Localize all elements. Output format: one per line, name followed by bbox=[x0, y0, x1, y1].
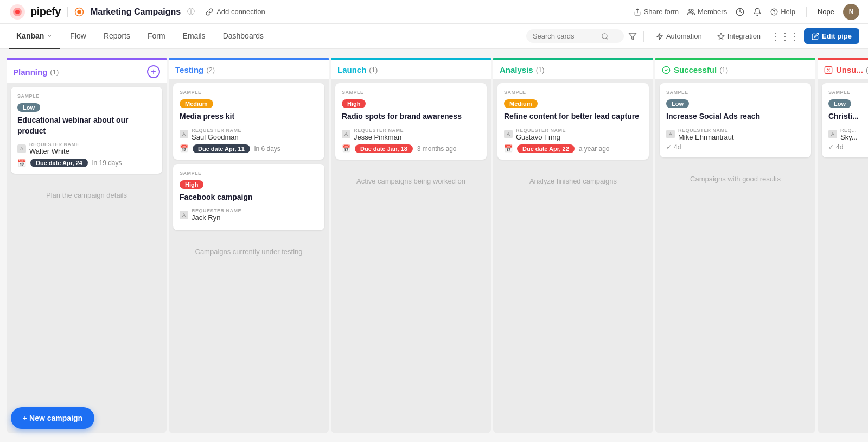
column-count-analysis: (1) bbox=[536, 66, 545, 74]
sample-label: SAMPLE bbox=[180, 90, 318, 95]
sample-label: SAMPLE bbox=[504, 90, 642, 95]
tab-flow[interactable]: Flow bbox=[62, 24, 94, 49]
column-placeholder-launch: Active campaigns being worked on bbox=[335, 168, 487, 194]
column-body-planning: SAMPLELowEducational webinar about our p… bbox=[7, 83, 167, 433]
new-campaign-button[interactable]: + New campaign bbox=[11, 407, 94, 429]
new-campaign-label: + New campaign bbox=[23, 414, 82, 422]
column-placeholder-planning: Plan the campaign details bbox=[11, 182, 162, 208]
column-placeholder-unsuccessful: Camp... bbox=[822, 166, 868, 192]
card-successful-0[interactable]: SAMPLELowIncrease Social Ads reach A REQ… bbox=[660, 83, 811, 157]
help-icon bbox=[770, 8, 778, 16]
due-date-field: 📅 Due date Apr, 24 in 19 days bbox=[17, 159, 156, 167]
edit-pipe-label: Edit pipe bbox=[822, 32, 852, 40]
edit-pipe-button[interactable]: Edit pipe bbox=[804, 28, 859, 44]
requester-icon: A bbox=[828, 130, 837, 138]
share-icon bbox=[634, 8, 641, 16]
requester-label: REQUESTER NAME bbox=[678, 128, 734, 133]
grid-icon[interactable]: ⋮⋮⋮ bbox=[770, 30, 800, 42]
requester-field: A REQ... Sky... bbox=[828, 128, 868, 141]
info-icon[interactable]: ⓘ bbox=[187, 7, 195, 17]
avatar[interactable]: N bbox=[843, 4, 859, 20]
requester-value: Gustavo Fring bbox=[516, 133, 566, 141]
column-header-launch: Launch(1) bbox=[331, 60, 491, 79]
column-count-unsuccessful: (1) bbox=[866, 66, 868, 74]
column-title-successful: Successful bbox=[674, 65, 717, 74]
calendar-icon: 📅 bbox=[17, 159, 26, 167]
add-connection-button[interactable]: Add connection bbox=[201, 5, 270, 18]
help-button[interactable]: Help bbox=[770, 8, 795, 16]
link-icon bbox=[206, 8, 213, 16]
due-badge: Due date Apr, 11 bbox=[193, 144, 250, 153]
requester-field: A REQUESTER NAME Gustavo Fring bbox=[504, 128, 642, 141]
column-body-launch: SAMPLEHighRadio spots for brand awarenes… bbox=[331, 79, 491, 433]
requester-value: Sky... bbox=[840, 133, 858, 141]
card-analysis-0[interactable]: SAMPLEMediumRefine content for better le… bbox=[497, 83, 649, 160]
calendar-icon: 📅 bbox=[504, 144, 513, 153]
search-input[interactable] bbox=[533, 32, 598, 40]
card-testing-0[interactable]: SAMPLEMediumMedia press kit A REQUESTER … bbox=[173, 83, 324, 160]
due-badge: Due date Apr, 22 bbox=[517, 144, 575, 153]
requester-value: Walter White bbox=[29, 147, 79, 155]
members-button[interactable]: Members bbox=[687, 8, 727, 16]
due-badge: Due date Jan, 18 bbox=[355, 144, 413, 153]
due-date-field: 📅 Due date Jan, 18 3 months ago bbox=[342, 144, 480, 153]
members-label: Members bbox=[698, 8, 727, 16]
column-count-testing: (2) bbox=[206, 66, 215, 74]
notifications-button[interactable] bbox=[753, 8, 762, 16]
column-header-unsuccessful: Unsu...(1) bbox=[818, 60, 868, 79]
requester-value: Jack Ryn bbox=[192, 213, 241, 222]
integration-button[interactable]: Integration bbox=[712, 29, 766, 43]
user-name: Nope bbox=[818, 8, 834, 16]
column-placeholder-analysis: Analyze finished campaigns bbox=[497, 168, 649, 194]
column-header-analysis: Analysis(1) bbox=[493, 60, 653, 79]
calendar-icon: 📅 bbox=[342, 144, 350, 153]
requester-field: A REQUESTER NAME Mike Ehrmantraut bbox=[666, 128, 805, 141]
bell-icon bbox=[753, 8, 762, 16]
tab-emails[interactable]: Emails bbox=[175, 24, 213, 49]
column-successful: Successful(1)SAMPLELowIncrease Social Ad… bbox=[655, 58, 815, 433]
priority-badge: Low bbox=[666, 99, 689, 108]
column-add-button-planning[interactable]: + bbox=[147, 65, 160, 78]
tab-kanban[interactable]: Kanban bbox=[9, 24, 60, 49]
automation-button[interactable]: Automation bbox=[650, 29, 707, 43]
sample-label: SAMPLE bbox=[666, 90, 805, 95]
column-count-successful: (1) bbox=[719, 66, 728, 74]
requester-icon: A bbox=[180, 130, 188, 138]
filter-icon[interactable] bbox=[628, 32, 637, 41]
tab-reports[interactable]: Reports bbox=[96, 24, 138, 49]
column-planning: Planning(1)+SAMPLELowEducational webinar… bbox=[7, 58, 167, 433]
requester-icon: A bbox=[180, 211, 188, 219]
svg-point-2 bbox=[15, 10, 20, 14]
check-label: 4d bbox=[836, 143, 843, 151]
column-count-launch: (1) bbox=[369, 66, 378, 74]
due-badge: Due date Apr, 24 bbox=[30, 159, 88, 167]
tab-dashboards[interactable]: Dashboards bbox=[215, 24, 272, 49]
column-analysis: Analysis(1)SAMPLEMediumRefine content fo… bbox=[493, 58, 653, 433]
priority-badge: Medium bbox=[504, 99, 538, 108]
requester-field: A REQUESTER NAME Jack Ryn bbox=[180, 208, 318, 222]
check-icon: ✓ bbox=[666, 143, 672, 151]
logo-text: pipefy bbox=[30, 5, 61, 18]
card-title: Radio spots for brand awareness bbox=[342, 111, 480, 122]
due-time: in 6 days bbox=[254, 145, 280, 153]
sample-label: SAMPLE bbox=[342, 90, 480, 95]
due-date-field: 📅 Due date Apr, 22 a year ago bbox=[504, 144, 642, 153]
requester-label: REQUESTER NAME bbox=[29, 142, 79, 147]
card-planning-0[interactable]: SAMPLELowEducational webinar about our p… bbox=[11, 87, 162, 174]
card-unsuccessful-0[interactable]: SAMPLELowChristi... A REQ... Sky... ✓ 4d bbox=[822, 83, 868, 157]
page-title: Marketing Campaigns bbox=[91, 7, 181, 17]
tab-form[interactable]: Form bbox=[140, 24, 173, 49]
x-circle-icon bbox=[824, 66, 833, 74]
column-unsuccessful: Unsu...(1)SAMPLELowChristi... A REQ... S… bbox=[818, 58, 868, 433]
card-launch-0[interactable]: SAMPLEHighRadio spots for brand awarenes… bbox=[335, 83, 487, 160]
search-box[interactable] bbox=[526, 29, 624, 43]
sub-nav: Kanban Flow Reports Form Emails Dashboar… bbox=[0, 24, 868, 49]
due-time: 3 months ago bbox=[417, 145, 457, 153]
share-form-button[interactable]: Share form bbox=[634, 8, 679, 16]
card-title: Refine content for better lead capture bbox=[504, 111, 642, 122]
history-button[interactable] bbox=[736, 8, 744, 16]
card-testing-1[interactable]: SAMPLEHighFacebook campaign A REQUESTER … bbox=[173, 164, 324, 231]
logo[interactable]: pipefy bbox=[9, 3, 61, 21]
column-placeholder-successful: Campaigns with good results bbox=[660, 166, 811, 192]
requester-label: REQUESTER NAME bbox=[192, 128, 241, 133]
